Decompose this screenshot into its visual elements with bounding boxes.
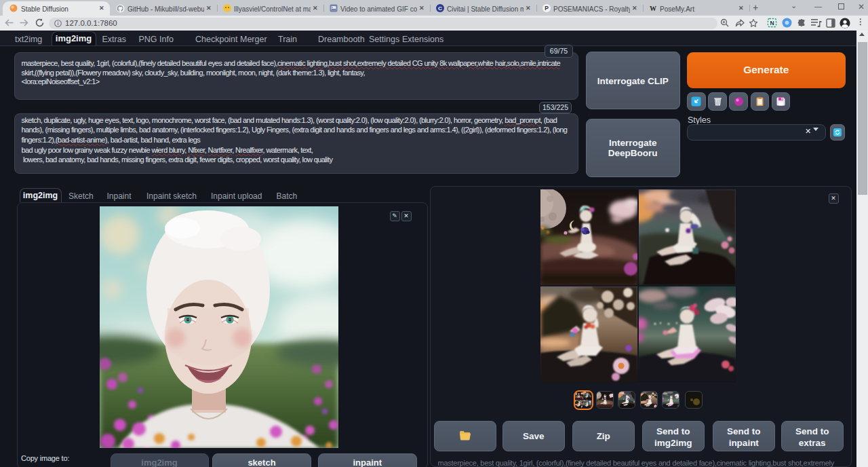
svg-text:W: W xyxy=(650,5,656,12)
svg-text:C: C xyxy=(438,5,442,12)
svg-text:N: N xyxy=(770,20,774,26)
svg-text:P: P xyxy=(545,5,549,12)
